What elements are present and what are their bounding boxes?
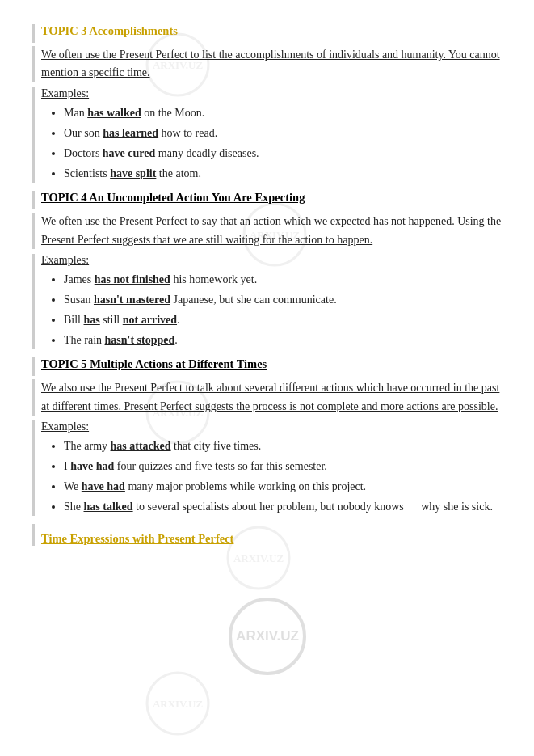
bold-verb: has [84, 314, 100, 326]
bold-verb: have split [110, 167, 156, 179]
list-item: We have had many major problems while wo… [64, 477, 502, 496]
bold-verb: has walked [87, 107, 141, 119]
bold-verb: has talked [84, 500, 133, 513]
topic5-examples-label: Examples: [41, 420, 502, 433]
bold-verb: has learned [103, 127, 158, 139]
topic3-section: TOPIC 3 Accomplishments We often use the… [32, 24, 502, 183]
list-item: Man has walked on the Moon. [64, 103, 502, 122]
list-item: The army has attacked that city five tim… [64, 437, 502, 455]
topic5-heading: TOPIC 5 Multiple Actions at Different Ti… [41, 357, 267, 371]
list-item: She has talked to several specialists ab… [64, 497, 502, 516]
topic4-intro-bar: We often use the Present Perfect to say … [32, 213, 502, 249]
topic3-intro: We often use the Present Perfect to list… [41, 46, 502, 82]
topic3-bar: TOPIC 3 Accomplishments [32, 24, 502, 43]
list-item: Bill has still not arrived. [64, 310, 502, 329]
bold-verb: have had [70, 460, 114, 472]
topic4-section: TOPIC 4 An Uncompleted Action You Are Ex… [32, 191, 502, 349]
svg-text:ARXIV.UZ: ARXIV.UZ [153, 698, 204, 710]
bottom-logo: ARXIV.UZ [32, 594, 502, 683]
topic4-examples-label: Examples: [41, 254, 502, 267]
topic5-intro: We also use the Present Perfect to talk … [41, 379, 502, 416]
topic4-intro: We often use the Present Perfect to say … [41, 213, 502, 249]
topic3-examples-bar: Examples: Man has walked on the Moon. Ou… [32, 87, 502, 183]
topic4-examples-bar: Examples: James has not finished his hom… [32, 254, 502, 349]
topic5-intro-bar: We also use the Present Perfect to talk … [32, 379, 502, 416]
time-expressions-label: Time Expressions with Present Perfect [41, 532, 233, 546]
topic5-examples-list: The army has attacked that city five tim… [41, 437, 502, 516]
topic4-examples-list: James has not finished his homework yet.… [41, 270, 502, 349]
svg-text:ARXIV.UZ: ARXIV.UZ [236, 628, 299, 644]
bold-verb: have cured [103, 147, 155, 159]
topic4-bar: TOPIC 4 An Uncompleted Action You Are Ex… [32, 191, 502, 209]
time-expressions-bar: Time Expressions with Present Perfect [32, 524, 502, 546]
topic3-intro-bar: We often use the Present Perfect to list… [32, 46, 502, 82]
list-item: Our son has learned how to read. [64, 124, 502, 142]
bold-verb: has attacked [111, 440, 171, 452]
topic5-section: TOPIC 5 Multiple Actions at Different Ti… [32, 357, 502, 516]
bold-verb: hasn't stopped [105, 334, 175, 346]
topic5-bar: TOPIC 5 Multiple Actions at Different Ti… [32, 357, 502, 376]
topic5-examples-bar: Examples: The army has attacked that cit… [32, 420, 502, 516]
list-item: I have had four quizzes and five tests s… [64, 457, 502, 475]
bold-verb: hasn't mastered [94, 294, 170, 306]
bold-verb2: not arrived [123, 314, 177, 326]
topic3-heading: TOPIC 3 Accomplishments [41, 24, 178, 38]
list-item: The rain hasn't stopped. [64, 331, 502, 349]
bold-verb: have had [82, 480, 125, 492]
list-item: Doctors have cured many deadly diseases. [64, 144, 502, 163]
list-item: Scientists have split the atom. [64, 164, 502, 183]
topic4-heading: TOPIC 4 An Uncompleted Action You Are Ex… [41, 191, 305, 205]
topic3-examples-label: Examples: [41, 87, 502, 100]
list-item: Susan hasn't mastered Japanese, but she … [64, 290, 502, 309]
bold-verb: has not finished [95, 273, 170, 285]
list-item: James has not finished his homework yet. [64, 270, 502, 289]
topic3-examples-list: Man has walked on the Moon. Our son has … [41, 103, 502, 183]
